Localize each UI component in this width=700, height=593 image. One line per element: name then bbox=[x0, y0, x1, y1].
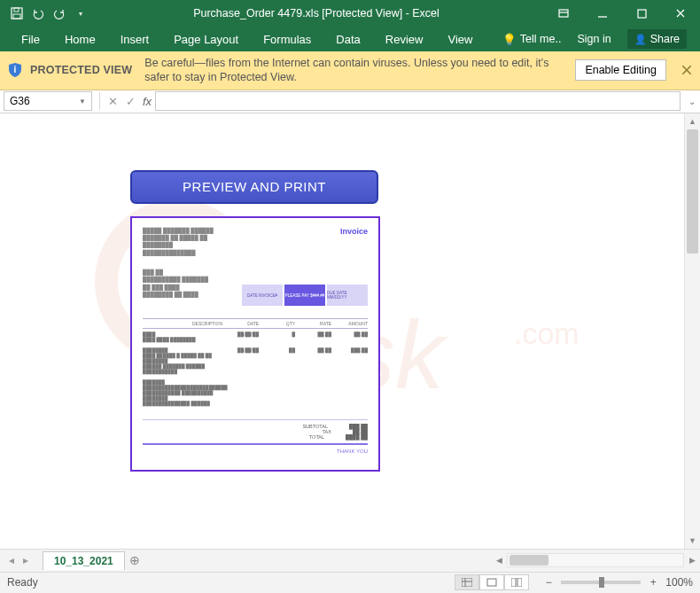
scroll-right-icon[interactable]: ▶ bbox=[684, 556, 700, 565]
enter-formula-icon[interactable]: ✓ bbox=[121, 95, 139, 108]
tab-home[interactable]: Home bbox=[52, 27, 108, 51]
worksheet-area: risk .com PREVIEW AND PRINT █████ ██████… bbox=[0, 113, 700, 549]
lightbulb-icon: 💡 bbox=[502, 33, 517, 46]
enable-editing-button[interactable]: Enable Editing bbox=[575, 59, 666, 81]
share-icon: 👤 bbox=[634, 34, 647, 45]
svg-text:i: i bbox=[14, 65, 17, 74]
sheet-nav[interactable]: ◂▸ bbox=[0, 554, 37, 566]
title-bar: ▾ Purchase_Order 4479.xls [Protected Vie… bbox=[0, 0, 700, 27]
worksheet[interactable]: risk .com PREVIEW AND PRINT █████ ██████… bbox=[0, 113, 684, 549]
svg-rect-4 bbox=[638, 10, 646, 18]
view-buttons bbox=[455, 574, 529, 590]
protected-view-title: PROTECTED VIEW bbox=[30, 64, 132, 76]
minimize-icon[interactable] bbox=[583, 0, 622, 27]
invoice-title: Invoice bbox=[340, 227, 368, 257]
invoice-preview: █████ ███████ █████████████ ██ █████ ███… bbox=[130, 216, 380, 472]
table-row: ████████████████████████████████████████… bbox=[143, 377, 368, 409]
window-controls bbox=[544, 0, 700, 27]
sheet-tab[interactable]: 10_13_2021 bbox=[43, 551, 125, 570]
formula-input[interactable] bbox=[155, 91, 681, 111]
fx-icon[interactable]: fx bbox=[143, 95, 152, 108]
protected-view-bar: i PROTECTED VIEW Be careful—files from t… bbox=[0, 51, 700, 90]
tell-me[interactable]: 💡 Tell me.. bbox=[496, 27, 568, 51]
status-ready: Ready bbox=[7, 576, 38, 589]
invoice-thank-you: THANK YOU bbox=[143, 449, 368, 454]
protected-view-message: Be careful—files from the Internet can c… bbox=[144, 56, 568, 85]
zoom-level[interactable]: 100% bbox=[665, 576, 693, 589]
formula-bar: G36 ▼ ✕ ✓ fx ⌄ bbox=[0, 90, 700, 113]
svg-rect-10 bbox=[462, 578, 472, 587]
tab-view[interactable]: View bbox=[435, 27, 485, 51]
scroll-down-icon[interactable]: ▼ bbox=[685, 533, 700, 549]
table-row: ████████ ████ ██████████/██/█████.████.█… bbox=[143, 329, 368, 345]
horizontal-scrollbar[interactable]: ◀ ▶ bbox=[422, 553, 700, 567]
tab-page-layout[interactable]: Page Layout bbox=[161, 27, 251, 51]
svg-rect-3 bbox=[559, 10, 568, 17]
scroll-left-icon[interactable]: ◀ bbox=[491, 556, 507, 565]
tab-review[interactable]: Review bbox=[373, 27, 436, 51]
qat-dropdown-icon[interactable]: ▾ bbox=[73, 5, 89, 21]
share-button[interactable]: 👤 Share bbox=[621, 27, 693, 51]
undo-icon[interactable] bbox=[30, 5, 46, 21]
quick-access-toolbar: ▾ bbox=[0, 5, 89, 21]
zoom-out-icon[interactable]: − bbox=[541, 576, 556, 589]
redo-icon[interactable] bbox=[51, 5, 67, 21]
tab-insert[interactable]: Insert bbox=[108, 27, 162, 51]
name-box[interactable]: G36 ▼ bbox=[4, 91, 92, 111]
invoice-totals: SUBTOTAL███.██ TAX██.██ TOTAL████.██ bbox=[143, 419, 368, 445]
page-break-view-icon[interactable] bbox=[504, 574, 529, 590]
preview-and-print-button[interactable]: PREVIEW AND PRINT bbox=[130, 170, 378, 204]
window-title: Purchase_Order 4479.xls [Protected View]… bbox=[89, 7, 544, 20]
page-layout-view-icon[interactable] bbox=[479, 574, 504, 590]
close-icon[interactable] bbox=[661, 0, 700, 27]
sheet-tabs-bar: ◂▸ 10_13_2021 ⊕ ◀ ▶ bbox=[0, 549, 700, 572]
svg-text:.com: .com bbox=[514, 316, 579, 350]
scroll-thumb[interactable] bbox=[687, 129, 698, 254]
scroll-track[interactable] bbox=[685, 129, 700, 533]
scroll-up-icon[interactable]: ▲ bbox=[685, 113, 700, 129]
close-icon[interactable] bbox=[681, 64, 693, 76]
zoom-control: − + 100% bbox=[541, 576, 693, 589]
svg-rect-13 bbox=[517, 578, 522, 587]
invoice-billto: ███ ████████████ █████████ ███ █████████… bbox=[143, 269, 208, 306]
tab-data[interactable]: Data bbox=[323, 27, 372, 51]
new-sheet-icon[interactable]: ⊕ bbox=[125, 553, 144, 567]
zoom-in-icon[interactable]: + bbox=[646, 576, 660, 589]
ribbon-display-icon[interactable] bbox=[544, 0, 583, 27]
svg-rect-2 bbox=[13, 14, 20, 19]
maximize-icon[interactable] bbox=[622, 0, 661, 27]
tab-file[interactable]: File bbox=[9, 27, 52, 51]
cancel-formula-icon[interactable]: ✕ bbox=[104, 95, 121, 108]
svg-rect-12 bbox=[511, 578, 516, 587]
svg-rect-11 bbox=[487, 579, 496, 586]
save-icon[interactable] bbox=[9, 5, 25, 21]
status-bar: Ready − + 100% bbox=[0, 572, 700, 593]
shield-icon: i bbox=[7, 62, 23, 78]
sign-in[interactable]: Sign in bbox=[571, 27, 617, 51]
zoom-slider[interactable] bbox=[561, 581, 641, 584]
normal-view-icon[interactable] bbox=[455, 574, 479, 590]
invoice-table-header: DESCRIPTION DATE QTY RATE AMOUNT bbox=[143, 318, 368, 329]
scroll-thumb[interactable] bbox=[509, 555, 548, 566]
invoice-sender: █████ ███████ █████████████ ██ █████ ███… bbox=[143, 227, 214, 257]
table-row: ████████████ ██████ █ █████ ██ ██ ██████… bbox=[143, 345, 368, 377]
expand-formula-icon[interactable]: ⌄ bbox=[684, 97, 700, 106]
tab-formulas[interactable]: Formulas bbox=[251, 27, 323, 51]
invoice-pay-boxes: DATE INVOICE# PLEASE PAY $###.## DUE DAT… bbox=[242, 285, 368, 306]
chevron-down-icon[interactable]: ▼ bbox=[79, 98, 86, 105]
ribbon-tabs: File Home Insert Page Layout Formulas Da… bbox=[0, 27, 700, 51]
vertical-scrollbar[interactable]: ▲ ▼ bbox=[684, 113, 700, 549]
